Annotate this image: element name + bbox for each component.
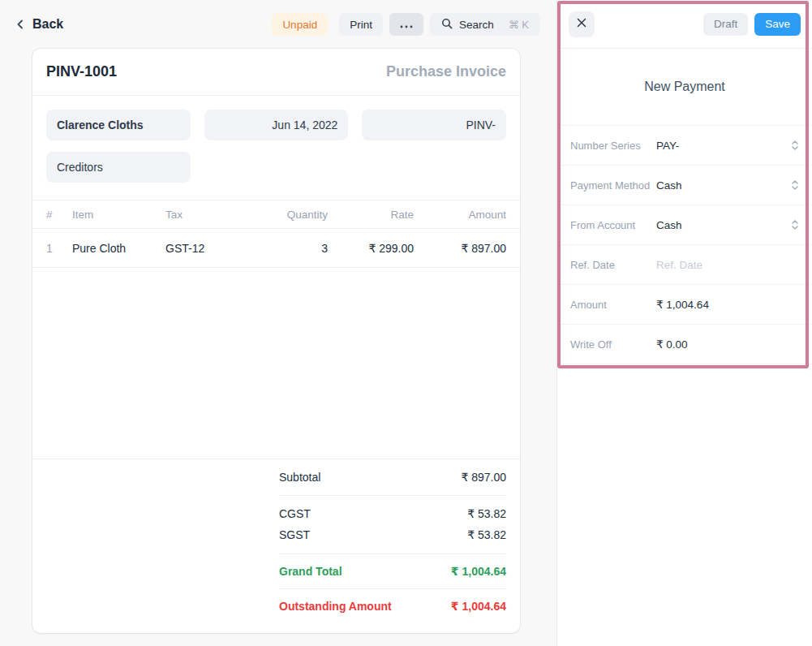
- field-label: Write Off: [570, 338, 656, 351]
- outstanding-value: ₹ 1,004.64: [451, 600, 506, 613]
- quantity-cell[interactable]: 3: [255, 242, 328, 255]
- chevron-updown-icon: [791, 219, 799, 230]
- chevron-updown-icon: [791, 140, 799, 151]
- field-label: Ref. Date: [570, 259, 656, 271]
- items-table-header: # Item Tax Quantity Rate Amount: [32, 200, 520, 229]
- new-payment-panel: Draft Save New Payment Number Series PAY…: [556, 0, 812, 646]
- invoice-title: PINV-1001: [46, 63, 117, 80]
- from-account-select[interactable]: Cash: [656, 219, 682, 231]
- field-label: Amount: [570, 299, 656, 311]
- app-root: Back Unpaid Print: [0, 0, 812, 646]
- field-write-off: Write Off ₹ 0.00: [557, 325, 812, 364]
- col-header-amount: Amount: [414, 209, 506, 221]
- field-ref-date: Ref. Date Ref. Date: [557, 245, 812, 285]
- sgst-label: SGST: [279, 528, 310, 541]
- amount-cell: ₹ 897.00: [414, 242, 506, 255]
- search-icon: [441, 18, 453, 32]
- ellipsis-icon: [400, 19, 413, 31]
- row-number-cell: 1: [46, 242, 72, 255]
- account-field[interactable]: Creditors: [46, 152, 191, 183]
- field-from-account: From Account Cash: [557, 205, 812, 245]
- topbar-actions: Unpaid Print Search: [272, 13, 540, 36]
- col-header-item: Item: [72, 209, 165, 221]
- invoice-card-header: PINV-1001 Purchase Invoice: [32, 49, 520, 96]
- outstanding-label: Outstanding Amount: [279, 600, 392, 613]
- field-payment-method: Payment Method Cash: [557, 166, 812, 205]
- col-header-rate: Rate: [328, 209, 414, 221]
- print-button[interactable]: Print: [339, 13, 383, 36]
- back-label: Back: [32, 17, 63, 32]
- status-badge: Unpaid: [272, 13, 328, 36]
- field-label: From Account: [570, 219, 656, 231]
- invoice-card: PINV-1001 Purchase Invoice Clarence Clot…: [32, 49, 520, 633]
- grand-total-label: Grand Total: [279, 565, 342, 578]
- sgst-value: ₹ 53.82: [467, 528, 506, 541]
- col-header-quantity: Quantity: [255, 209, 328, 221]
- search-shortcut: ⌘ K: [509, 19, 529, 31]
- col-header-tax: Tax: [165, 209, 255, 221]
- field-number-series: Number Series PAY-: [557, 126, 812, 166]
- payment-method-select[interactable]: Cash: [656, 179, 682, 192]
- chevron-left-icon: [15, 19, 26, 30]
- amount-input[interactable]: ₹ 1,004.64: [656, 298, 709, 311]
- back-button[interactable]: Back: [15, 17, 63, 32]
- write-off-input[interactable]: ₹ 0.00: [656, 338, 688, 351]
- search-button[interactable]: Search ⌘ K: [430, 13, 540, 36]
- item-cell[interactable]: Pure Cloth: [72, 242, 165, 255]
- cgst-label: CGST: [279, 507, 311, 520]
- grand-total-value: ₹ 1,004.64: [451, 565, 506, 578]
- totals-section: Subtotal ₹ 897.00 CGST ₹ 53.82 SGST ₹ 53…: [32, 459, 520, 624]
- party-field[interactable]: Clarence Cloths: [46, 110, 191, 140]
- field-label: Number Series: [570, 140, 656, 152]
- close-button[interactable]: [569, 11, 595, 37]
- subtotal-label: Subtotal: [279, 471, 320, 484]
- cgst-value: ₹ 53.82: [467, 507, 506, 520]
- table-row[interactable]: 1 Pure Cloth GST-12 3 ₹ 299.00 ₹ 897.00: [32, 229, 520, 268]
- doctype-label: Purchase Invoice: [386, 63, 506, 80]
- draft-button[interactable]: Draft: [703, 13, 748, 36]
- number-series-field[interactable]: PINV-: [362, 110, 506, 140]
- panel-title: New Payment: [557, 49, 812, 126]
- save-button[interactable]: Save: [754, 13, 801, 36]
- ref-date-input[interactable]: Ref. Date: [656, 259, 702, 271]
- topbar: Back Unpaid Print: [0, 0, 556, 49]
- more-button[interactable]: [389, 13, 423, 36]
- number-series-select[interactable]: PAY-: [656, 140, 679, 152]
- panel-actions: Draft Save: [703, 13, 801, 36]
- close-icon: [577, 18, 586, 30]
- search-label: Search: [459, 19, 494, 31]
- rate-cell[interactable]: ₹ 299.00: [328, 242, 414, 255]
- panel-header: Draft Save: [557, 0, 812, 49]
- invoice-view: Back Unpaid Print: [0, 0, 556, 646]
- payment-form: Number Series PAY- Payment Method Cash: [557, 126, 812, 364]
- field-amount: Amount ₹ 1,004.64: [557, 285, 812, 325]
- chevron-updown-icon: [791, 179, 799, 191]
- tax-cell[interactable]: GST-12: [165, 242, 255, 255]
- subtotal-value: ₹ 897.00: [461, 471, 506, 484]
- field-label: Payment Method: [570, 179, 656, 192]
- invoice-fields: Clarence Cloths Jun 14, 2022 PINV- Credi…: [32, 96, 520, 200]
- date-field[interactable]: Jun 14, 2022: [204, 110, 349, 140]
- col-header-num: #: [46, 209, 72, 221]
